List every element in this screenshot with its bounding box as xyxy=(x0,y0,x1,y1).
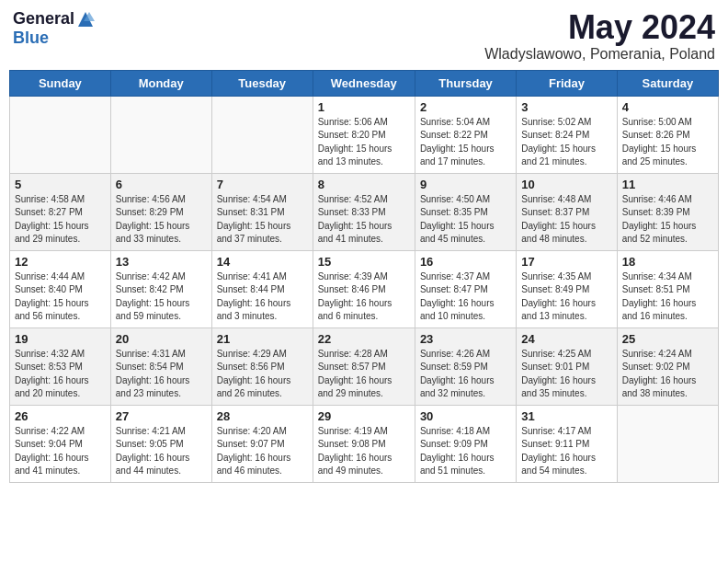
day-number: 20 xyxy=(116,332,207,346)
day-info: Sunrise: 5:02 AM Sunset: 8:24 PM Dayligh… xyxy=(521,116,611,169)
day-number: 15 xyxy=(318,255,410,269)
day-number: 25 xyxy=(622,332,713,346)
calendar-cell: 31Sunrise: 4:17 AM Sunset: 9:11 PM Dayli… xyxy=(517,405,617,482)
page-header: General Blue May 2024 Wladyslawowo, Pome… xyxy=(9,9,719,63)
day-info: Sunrise: 4:58 AM Sunset: 8:27 PM Dayligh… xyxy=(15,193,106,247)
day-info: Sunrise: 4:32 AM Sunset: 8:53 PM Dayligh… xyxy=(15,348,106,401)
calendar-cell xyxy=(211,96,313,173)
calendar-cell: 25Sunrise: 4:24 AM Sunset: 9:02 PM Dayli… xyxy=(617,327,718,405)
calendar-cell: 4Sunrise: 5:00 AM Sunset: 8:26 PM Daylig… xyxy=(617,96,718,173)
calendar-cell: 7Sunrise: 4:54 AM Sunset: 8:31 PM Daylig… xyxy=(211,173,313,250)
day-number: 9 xyxy=(420,178,511,191)
day-info: Sunrise: 4:48 AM Sunset: 8:37 PM Dayligh… xyxy=(521,193,611,247)
calendar-week-row: 5Sunrise: 4:58 AM Sunset: 8:27 PM Daylig… xyxy=(10,173,719,250)
calendar-cell: 12Sunrise: 4:44 AM Sunset: 8:40 PM Dayli… xyxy=(10,250,111,327)
day-number: 7 xyxy=(217,178,308,191)
day-number: 30 xyxy=(420,409,511,423)
day-number: 21 xyxy=(217,332,308,346)
calendar-cell: 13Sunrise: 4:42 AM Sunset: 8:42 PM Dayli… xyxy=(110,250,211,327)
day-info: Sunrise: 5:06 AM Sunset: 8:20 PM Dayligh… xyxy=(318,116,410,169)
day-info: Sunrise: 4:52 AM Sunset: 8:33 PM Dayligh… xyxy=(318,193,410,247)
calendar-cell: 9Sunrise: 4:50 AM Sunset: 8:35 PM Daylig… xyxy=(415,173,516,250)
day-info: Sunrise: 4:41 AM Sunset: 8:44 PM Dayligh… xyxy=(217,270,308,324)
day-number: 2 xyxy=(420,100,511,114)
day-info: Sunrise: 4:31 AM Sunset: 8:54 PM Dayligh… xyxy=(116,348,207,401)
location-title: Wladyslawowo, Pomerania, Poland xyxy=(484,46,715,63)
day-info: Sunrise: 4:18 AM Sunset: 9:09 PM Dayligh… xyxy=(420,425,511,478)
calendar-cell: 1Sunrise: 5:06 AM Sunset: 8:20 PM Daylig… xyxy=(313,96,415,173)
day-info: Sunrise: 4:35 AM Sunset: 8:49 PM Dayligh… xyxy=(521,270,611,324)
day-info: Sunrise: 4:29 AM Sunset: 8:56 PM Dayligh… xyxy=(217,348,308,401)
weekday-header-tuesday: Tuesday xyxy=(211,70,313,96)
calendar-cell: 29Sunrise: 4:19 AM Sunset: 9:08 PM Dayli… xyxy=(313,405,415,482)
day-info: Sunrise: 5:00 AM Sunset: 8:26 PM Dayligh… xyxy=(622,116,713,169)
day-info: Sunrise: 4:25 AM Sunset: 9:01 PM Dayligh… xyxy=(521,348,611,401)
day-info: Sunrise: 4:44 AM Sunset: 8:40 PM Dayligh… xyxy=(15,270,106,324)
day-number: 18 xyxy=(622,255,713,269)
day-number: 11 xyxy=(622,178,713,191)
calendar-cell: 11Sunrise: 4:46 AM Sunset: 8:39 PM Dayli… xyxy=(617,173,718,250)
calendar-cell: 6Sunrise: 4:56 AM Sunset: 8:29 PM Daylig… xyxy=(110,173,211,250)
day-info: Sunrise: 4:54 AM Sunset: 8:31 PM Dayligh… xyxy=(217,193,308,247)
day-info: Sunrise: 4:19 AM Sunset: 9:08 PM Dayligh… xyxy=(318,425,410,478)
calendar-week-row: 19Sunrise: 4:32 AM Sunset: 8:53 PM Dayli… xyxy=(10,327,719,405)
day-number: 22 xyxy=(318,332,410,346)
calendar-cell: 26Sunrise: 4:22 AM Sunset: 9:04 PM Dayli… xyxy=(10,405,111,482)
day-number: 8 xyxy=(318,178,410,191)
day-info: Sunrise: 4:50 AM Sunset: 8:35 PM Dayligh… xyxy=(420,193,511,247)
calendar-cell: 8Sunrise: 4:52 AM Sunset: 8:33 PM Daylig… xyxy=(313,173,415,250)
day-info: Sunrise: 4:46 AM Sunset: 8:39 PM Dayligh… xyxy=(622,193,713,247)
weekday-header-friday: Friday xyxy=(517,70,617,96)
day-info: Sunrise: 4:37 AM Sunset: 8:47 PM Dayligh… xyxy=(420,270,511,324)
day-info: Sunrise: 4:26 AM Sunset: 8:59 PM Dayligh… xyxy=(420,348,511,401)
day-info: Sunrise: 4:39 AM Sunset: 8:46 PM Dayligh… xyxy=(318,270,410,324)
day-number: 4 xyxy=(622,100,713,114)
day-number: 31 xyxy=(521,409,611,423)
day-info: Sunrise: 5:04 AM Sunset: 8:22 PM Dayligh… xyxy=(420,116,511,169)
weekday-header-thursday: Thursday xyxy=(415,70,516,96)
day-number: 28 xyxy=(217,409,308,423)
calendar-cell: 17Sunrise: 4:35 AM Sunset: 8:49 PM Dayli… xyxy=(517,250,617,327)
calendar-week-row: 1Sunrise: 5:06 AM Sunset: 8:20 PM Daylig… xyxy=(10,96,719,173)
calendar-cell: 20Sunrise: 4:31 AM Sunset: 8:54 PM Dayli… xyxy=(110,327,211,405)
calendar-cell: 30Sunrise: 4:18 AM Sunset: 9:09 PM Dayli… xyxy=(415,405,516,482)
day-number: 5 xyxy=(15,178,106,191)
calendar-cell: 3Sunrise: 5:02 AM Sunset: 8:24 PM Daylig… xyxy=(517,96,617,173)
logo-blue-text: Blue xyxy=(13,29,49,48)
weekday-header-wednesday: Wednesday xyxy=(313,70,415,96)
title-section: May 2024 Wladyslawowo, Pomerania, Poland xyxy=(484,9,715,63)
day-number: 10 xyxy=(521,178,611,191)
day-number: 1 xyxy=(318,100,410,114)
day-info: Sunrise: 4:17 AM Sunset: 9:11 PM Dayligh… xyxy=(521,425,611,478)
calendar-cell: 23Sunrise: 4:26 AM Sunset: 8:59 PM Dayli… xyxy=(415,327,516,405)
calendar-header-row: SundayMondayTuesdayWednesdayThursdayFrid… xyxy=(10,70,719,96)
day-number: 3 xyxy=(521,100,611,114)
day-info: Sunrise: 4:42 AM Sunset: 8:42 PM Dayligh… xyxy=(116,270,207,324)
calendar-cell: 18Sunrise: 4:34 AM Sunset: 8:51 PM Dayli… xyxy=(617,250,718,327)
calendar-cell xyxy=(617,405,718,482)
logo: General Blue xyxy=(13,9,95,48)
weekday-header-saturday: Saturday xyxy=(617,70,718,96)
calendar-cell: 15Sunrise: 4:39 AM Sunset: 8:46 PM Dayli… xyxy=(313,250,415,327)
day-number: 12 xyxy=(15,255,106,269)
calendar-table: SundayMondayTuesdayWednesdayThursdayFrid… xyxy=(9,70,719,483)
calendar-cell: 5Sunrise: 4:58 AM Sunset: 8:27 PM Daylig… xyxy=(10,173,111,250)
day-number: 29 xyxy=(318,409,410,423)
calendar-cell xyxy=(10,96,111,173)
day-number: 26 xyxy=(15,409,106,423)
day-info: Sunrise: 4:24 AM Sunset: 9:02 PM Dayligh… xyxy=(622,348,713,401)
calendar-cell: 27Sunrise: 4:21 AM Sunset: 9:05 PM Dayli… xyxy=(110,405,211,482)
calendar-cell: 10Sunrise: 4:48 AM Sunset: 8:37 PM Dayli… xyxy=(517,173,617,250)
calendar-week-row: 26Sunrise: 4:22 AM Sunset: 9:04 PM Dayli… xyxy=(10,405,719,482)
day-info: Sunrise: 4:34 AM Sunset: 8:51 PM Dayligh… xyxy=(622,270,713,324)
day-info: Sunrise: 4:22 AM Sunset: 9:04 PM Dayligh… xyxy=(15,425,106,478)
calendar-cell xyxy=(110,96,211,173)
day-number: 23 xyxy=(420,332,511,346)
calendar-cell: 22Sunrise: 4:28 AM Sunset: 8:57 PM Dayli… xyxy=(313,327,415,405)
calendar-cell: 28Sunrise: 4:20 AM Sunset: 9:07 PM Dayli… xyxy=(211,405,313,482)
day-number: 16 xyxy=(420,255,511,269)
day-number: 17 xyxy=(521,255,611,269)
day-number: 6 xyxy=(116,178,207,191)
weekday-header-sunday: Sunday xyxy=(10,70,111,96)
calendar-cell: 24Sunrise: 4:25 AM Sunset: 9:01 PM Dayli… xyxy=(517,327,617,405)
